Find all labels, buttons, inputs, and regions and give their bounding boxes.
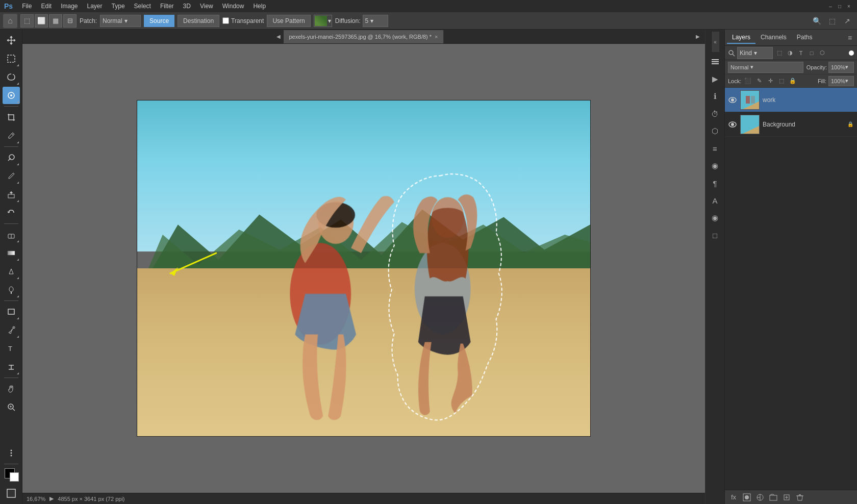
menu-window[interactable]: Window <box>218 2 248 11</box>
marquee-tool[interactable] <box>3 50 20 67</box>
transparent-checkbox[interactable] <box>222 17 229 24</box>
source-button[interactable]: Source <box>144 15 174 27</box>
eyedropper-tool[interactable] <box>3 127 20 144</box>
layers-panel-icon[interactable] <box>708 54 723 69</box>
pattern-picker[interactable]: ▾ <box>314 15 332 27</box>
gradient-tool[interactable] <box>3 244 20 262</box>
share-button[interactable]: ↗ <box>841 14 854 28</box>
play-icon[interactable]: ▶ <box>708 71 723 87</box>
destination-button[interactable]: Destination <box>178 15 219 27</box>
layout-button3[interactable]: ⊟ <box>63 14 77 28</box>
menu-view[interactable]: View <box>196 2 217 11</box>
menu-3d[interactable]: 3D <box>179 2 195 11</box>
3d-icon[interactable]: ◉ <box>708 210 723 225</box>
essentials-button[interactable]: ⬚ <box>20 14 34 28</box>
delete-layer-button[interactable] <box>794 492 805 503</box>
crop-tool[interactable] <box>3 109 20 126</box>
tab-channels[interactable]: Channels <box>755 32 792 44</box>
quick-select-tool[interactable] <box>3 87 20 104</box>
canvas-image[interactable] <box>137 100 591 437</box>
diffusion-value-dropdown[interactable]: 5 ▾ <box>363 15 388 27</box>
layer-visibility-background[interactable] <box>728 120 737 129</box>
tab-scroll-right[interactable]: ▶ <box>693 32 703 42</box>
right-collapse-button[interactable]: « <box>711 32 719 52</box>
layer-visibility-work[interactable] <box>728 95 737 105</box>
character-icon[interactable]: A <box>708 193 723 208</box>
tab-paths[interactable]: Paths <box>792 32 818 44</box>
layout-button2[interactable]: ▦ <box>49 14 62 28</box>
more-tools-button[interactable] <box>3 444 20 462</box>
new-layer-button[interactable] <box>781 492 792 503</box>
menu-edit[interactable]: Edit <box>37 2 56 11</box>
paragraph-icon[interactable]: ¶ <box>708 175 723 191</box>
document-tab[interactable]: pexels-yuri-manei-2597365.jpg @ 16,7% (w… <box>284 30 443 43</box>
filter-adjustment-icon[interactable]: ◑ <box>786 48 795 58</box>
screen-mode-button[interactable] <box>3 485 20 502</box>
menu-image[interactable]: Image <box>57 2 82 11</box>
blend-mode-dropdown[interactable]: Normal ▾ <box>728 62 803 73</box>
info-icon[interactable]: ℹ <box>708 89 723 104</box>
layers-menu-button[interactable]: ≡ <box>845 33 855 43</box>
dodge-tool[interactable] <box>3 281 20 298</box>
pen-tool[interactable] <box>3 321 20 339</box>
lock-image-pixels[interactable]: ✎ <box>754 77 764 86</box>
healing-brush-tool[interactable] <box>3 149 20 166</box>
filter-type-icon[interactable]: T <box>796 48 805 58</box>
opacity-value[interactable]: 100% ▾ <box>828 62 854 73</box>
libraries-icon[interactable]: ◉ <box>708 158 723 173</box>
home-button[interactable]: ⌂ <box>3 14 17 28</box>
clone-stamp-tool[interactable] <box>3 186 20 203</box>
fill-value[interactable]: 100% ▾ <box>828 76 854 86</box>
eraser-tool[interactable] <box>3 226 20 243</box>
layer-row-background[interactable]: Background 🔒 <box>725 112 857 137</box>
filter-toggle-dot[interactable] <box>849 51 854 56</box>
blur-tool[interactable] <box>3 263 20 280</box>
menu-type[interactable]: Type <box>108 2 129 11</box>
new-adjustment-button[interactable] <box>754 492 766 503</box>
menu-filter[interactable]: Filter <box>156 2 178 11</box>
menu-help[interactable]: Help <box>249 2 270 11</box>
hand-tool[interactable] <box>3 380 20 397</box>
adjustments-icon[interactable]: ⬡ <box>708 123 723 139</box>
close-button[interactable]: × <box>845 2 853 10</box>
lock-transparent-pixels[interactable]: ⬛ <box>743 77 752 86</box>
maximize-button[interactable]: □ <box>836 2 844 10</box>
minimize-button[interactable]: – <box>826 2 835 10</box>
layer-row-work[interactable]: work <box>725 88 857 112</box>
lock-position[interactable]: ✛ <box>766 77 775 86</box>
filter-shape-icon[interactable]: □ <box>807 48 816 58</box>
layout-button1[interactable]: ⬜ <box>35 14 48 28</box>
lasso-tool[interactable] <box>3 68 20 86</box>
transparent-check[interactable]: Transparent <box>222 17 264 24</box>
tab-scroll-left[interactable]: ◀ <box>273 32 284 42</box>
lock-artboard[interactable]: ⬚ <box>777 77 786 86</box>
filter-smart-icon[interactable]: ⬡ <box>818 48 827 58</box>
move-tool[interactable] <box>3 32 20 49</box>
search-button[interactable]: 🔍 <box>810 14 823 28</box>
canvas-content[interactable] <box>22 44 705 493</box>
shapes-icon[interactable]: □ <box>708 228 723 243</box>
filter-kind-dropdown[interactable]: Kind ▾ <box>737 47 773 59</box>
new-group-button[interactable] <box>768 492 779 503</box>
menu-layer[interactable]: Layer <box>83 2 107 11</box>
properties-icon[interactable]: ≡ <box>708 141 723 156</box>
status-arrow[interactable]: ▶ <box>49 495 54 502</box>
patch-mode-dropdown[interactable]: Normal ▾ <box>100 15 141 27</box>
filter-pixel-icon[interactable]: ⬚ <box>775 48 784 58</box>
history-icon[interactable]: ⏱ <box>708 106 723 121</box>
type-tool[interactable]: T <box>3 340 20 357</box>
layer-fx-button[interactable]: fx <box>728 492 739 503</box>
color-swatches[interactable] <box>3 466 20 484</box>
history-brush-tool[interactable] <box>3 204 20 221</box>
workspace-button[interactable]: ⬚ <box>825 14 839 28</box>
add-mask-button[interactable] <box>741 492 752 503</box>
zoom-tool[interactable] <box>3 398 20 416</box>
tab-layers[interactable]: Layers <box>727 32 755 44</box>
rectangle-tool[interactable] <box>3 303 20 320</box>
use-pattern-button[interactable]: Use Pattern <box>267 15 310 27</box>
path-select-tool[interactable] <box>3 358 20 375</box>
tab-close-button[interactable]: × <box>435 34 438 40</box>
brush-tool[interactable] <box>3 167 20 185</box>
menu-select[interactable]: Select <box>130 2 155 11</box>
lock-all[interactable]: 🔒 <box>788 77 797 86</box>
